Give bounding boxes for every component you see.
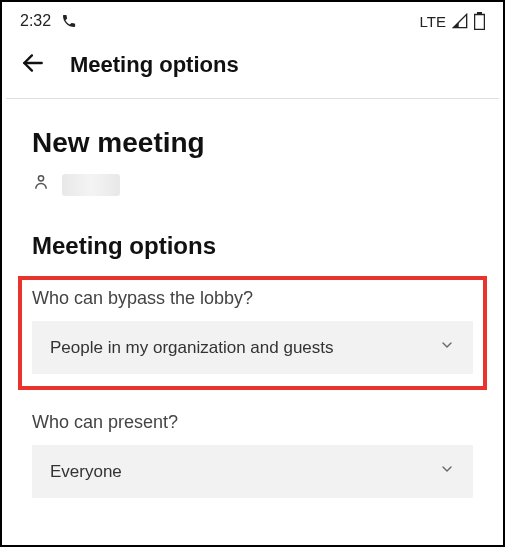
back-button[interactable] [20,50,46,80]
signal-icon [452,13,468,29]
present-selected: Everyone [50,462,122,482]
call-icon [61,13,77,29]
person-icon [32,173,50,196]
bypass-lobby-dropdown[interactable]: People in my organization and guests [32,321,473,374]
battery-icon [474,12,485,30]
present-label: Who can present? [32,412,473,433]
header-title: Meeting options [70,52,239,78]
present-dropdown[interactable]: Everyone [32,445,473,498]
status-bar: 2:32 LTE [2,2,503,36]
content: New meeting Meeting options Who can bypa… [2,99,503,506]
svg-rect-1 [475,15,485,30]
status-left: 2:32 [20,12,77,30]
organizer-name-placeholder [62,174,120,196]
status-right: LTE [420,12,485,30]
svg-point-3 [38,176,43,181]
present-block: Who can present? Everyone [32,404,473,506]
bypass-lobby-block: Who can bypass the lobby? People in my o… [18,276,487,390]
organizer-row [32,173,473,196]
meeting-options-title: Meeting options [32,232,473,260]
chevron-down-icon [439,461,455,482]
status-time: 2:32 [20,12,51,30]
svg-rect-0 [477,12,482,14]
network-label: LTE [420,13,446,30]
chevron-down-icon [439,337,455,358]
header: Meeting options [2,36,503,98]
bypass-lobby-selected: People in my organization and guests [50,338,334,358]
bypass-lobby-label: Who can bypass the lobby? [32,288,473,309]
new-meeting-title: New meeting [32,127,473,159]
